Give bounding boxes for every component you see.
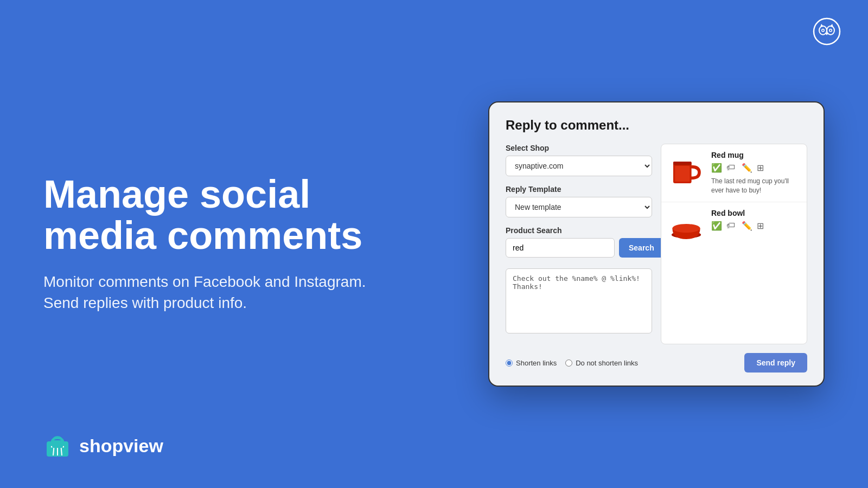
send-reply-button[interactable]: Send reply — [744, 353, 807, 373]
svg-point-6 — [830, 30, 832, 31]
brand-section: shopview — [43, 432, 163, 460]
reply-template-group: Reply Template New templateDefaultCustom — [506, 185, 652, 217]
product-list: Red mug ✅ 🏷 ✏️ ⊞ The last red mug cup yo… — [661, 144, 807, 344]
label-icon[interactable]: 🏷 — [726, 163, 737, 174]
owl-icon — [813, 17, 841, 46]
no-shorten-links-label: Do not shorten links — [576, 359, 638, 367]
shopview-logo-icon — [43, 432, 72, 460]
product-search-label: Product Search — [506, 226, 652, 235]
product-search-input[interactable] — [506, 238, 615, 258]
edit-icon[interactable]: ✏️ — [742, 163, 752, 174]
shorten-links-radio[interactable] — [506, 359, 513, 367]
product-item: Red mug ✅ 🏷 ✏️ ⊞ The last red mug cup yo… — [661, 144, 807, 202]
select-shop-group: Select Shop synaptive.commyshop.comexamp… — [506, 144, 652, 176]
shorten-links-label: Shorten links — [516, 359, 557, 367]
svg-point-18 — [672, 224, 700, 233]
reply-modal: Reply to comment... Select Shop synaptiv… — [488, 101, 825, 387]
hero-section: Manage social media comments Monitor com… — [43, 174, 391, 314]
product-info: Red bowl ✅ 🏷 ✏️ ⊞ — [711, 209, 801, 235]
product-thumbnail — [667, 151, 706, 190]
product-name: Red bowl — [711, 209, 801, 217]
grid-icon[interactable]: ⊞ — [757, 221, 768, 232]
reply-template-dropdown[interactable]: New templateDefaultCustom — [506, 197, 652, 217]
sub-text: Monitor comments on Facebook and Instagr… — [43, 271, 391, 313]
product-info: Red mug ✅ 🏷 ✏️ ⊞ The last red mug cup yo… — [711, 151, 801, 195]
shorten-links-option[interactable]: Shorten links — [506, 359, 557, 367]
product-search-group: Product Search Search — [506, 226, 652, 258]
brand-name: shopview — [79, 435, 163, 457]
no-shorten-links-option[interactable]: Do not shorten links — [565, 359, 638, 367]
reply-template-label: Reply Template — [506, 185, 652, 194]
select-shop-dropdown[interactable]: synaptive.commyshop.comexample.com — [506, 156, 652, 176]
svg-point-5 — [822, 30, 824, 31]
red-mug-image — [669, 153, 704, 188]
reply-textarea[interactable]: Check out the %name% @ %link%! Thanks! — [506, 268, 652, 333]
red-bowl-image — [669, 211, 704, 246]
svg-rect-15 — [673, 162, 692, 165]
modal-form: Select Shop synaptive.commyshop.comexamp… — [506, 144, 652, 344]
product-name: Red mug — [711, 151, 801, 159]
no-shorten-links-radio[interactable] — [565, 359, 572, 367]
main-headline: Manage social media comments — [43, 174, 391, 256]
search-button[interactable]: Search — [619, 238, 664, 258]
grid-icon[interactable]: ⊞ — [757, 163, 768, 174]
edit-icon[interactable]: ✏️ — [742, 221, 752, 232]
product-item: Red bowl ✅ 🏷 ✏️ ⊞ — [661, 202, 807, 254]
checkmark-icon[interactable]: ✅ — [711, 163, 722, 174]
svg-rect-13 — [52, 440, 63, 448]
select-shop-label: Select Shop — [506, 144, 652, 152]
product-thumbnail — [667, 209, 706, 248]
checkmark-icon[interactable]: ✅ — [711, 221, 722, 232]
search-row: Search — [506, 238, 652, 258]
label-icon[interactable]: 🏷 — [726, 221, 737, 232]
reply-text-group: Check out the %name% @ %link%! Thanks! — [506, 266, 652, 336]
product-action-icons: ✅ 🏷 ✏️ ⊞ — [711, 163, 801, 174]
svg-rect-16 — [675, 166, 690, 182]
modal-footer: Shorten links Do not shorten links Send … — [506, 353, 807, 373]
product-action-icons: ✅ 🏷 ✏️ ⊞ — [711, 221, 801, 232]
modal-body: Select Shop synaptive.commyshop.comexamp… — [506, 144, 807, 344]
modal-title: Reply to comment... — [506, 118, 807, 133]
link-options: Shorten links Do not shorten links — [506, 359, 638, 367]
product-description: The last red mug cup you'll ever have to… — [711, 177, 801, 195]
